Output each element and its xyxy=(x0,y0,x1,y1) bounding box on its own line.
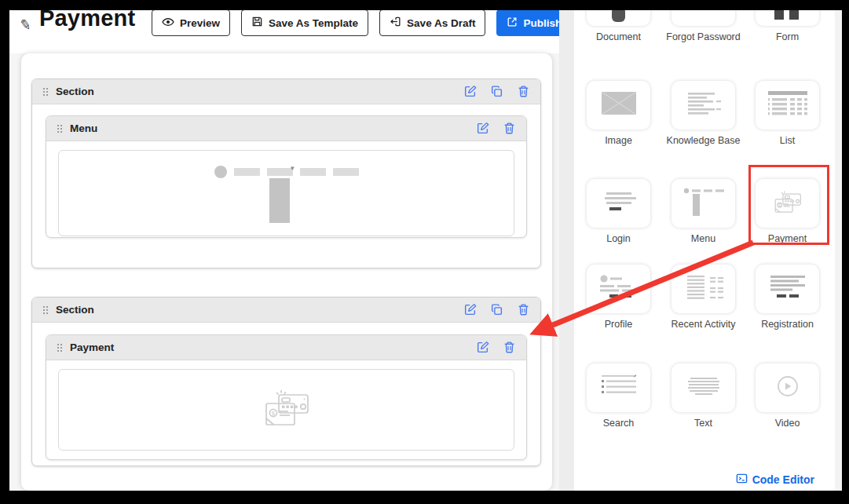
recent-activity-icon xyxy=(682,272,726,305)
menu-item-placeholder xyxy=(300,168,326,176)
widget-palette: Document Forgot Password Form xyxy=(574,10,835,491)
palette-item-registration[interactable] xyxy=(756,265,819,313)
highlight-box xyxy=(748,165,829,245)
palette-item-login[interactable] xyxy=(587,179,650,228)
palette-item-search[interactable] xyxy=(587,363,650,412)
drag-handle-icon[interactable] xyxy=(42,87,49,97)
widget-title: Menu xyxy=(70,122,97,134)
palette-item-label: Login xyxy=(579,232,658,245)
palette-item-label: List xyxy=(748,134,827,147)
palette-item-label: Image xyxy=(579,134,658,147)
document-icon xyxy=(612,10,625,22)
palette-item-label: Document xyxy=(579,31,658,43)
drag-handle-icon[interactable] xyxy=(57,124,63,133)
svg-text:$: $ xyxy=(271,410,275,417)
box-arrow-in-icon xyxy=(390,16,401,30)
text-icon xyxy=(682,375,726,400)
payment-widget-header: Payment xyxy=(46,335,526,360)
widget-title: Payment xyxy=(70,341,114,353)
palette-item-knowledge-base[interactable] xyxy=(672,81,735,130)
profile-icon xyxy=(597,272,641,305)
eye-icon xyxy=(162,16,174,31)
palette-item-label: Video xyxy=(748,417,827,429)
form-icon xyxy=(774,10,784,20)
edit-icon[interactable] xyxy=(476,122,489,135)
edit-icon[interactable] xyxy=(463,303,477,316)
preview-button[interactable]: Preview xyxy=(152,10,230,36)
palette-item-label: Registration xyxy=(748,318,827,331)
page-title: Payment xyxy=(39,10,135,31)
palette-item-video[interactable] xyxy=(756,363,819,412)
palette-item-forgot-password[interactable] xyxy=(672,10,735,26)
login-icon xyxy=(597,188,641,218)
palette-item-image[interactable] xyxy=(587,81,650,130)
registration-icon xyxy=(766,272,810,305)
dropdown-placeholder xyxy=(269,178,290,223)
code-window-icon xyxy=(736,473,748,487)
video-icon xyxy=(776,374,800,401)
toolbar: Preview Save As Template Save As Draft P… xyxy=(152,10,572,36)
logo-placeholder-icon xyxy=(214,166,227,178)
trash-icon[interactable] xyxy=(517,303,530,316)
knowledge-base-icon xyxy=(682,89,726,122)
palette-item-recent-activity[interactable] xyxy=(672,265,735,313)
section-container-1: Section Menu xyxy=(31,79,541,268)
menu-icon xyxy=(681,185,726,221)
caret-down-icon: ▾ xyxy=(291,164,295,172)
image-icon xyxy=(597,89,641,122)
palette-item-label: Forgot Password xyxy=(664,31,743,43)
edit-icon[interactable] xyxy=(463,85,477,98)
palette-item-form[interactable] xyxy=(756,10,819,26)
palette-item-label: Form xyxy=(748,31,827,43)
section-title: Section xyxy=(56,304,94,316)
palette-item-label: Search xyxy=(579,417,658,429)
save-as-draft-button[interactable]: Save As Draft xyxy=(379,10,485,36)
floppy-icon xyxy=(251,16,263,30)
palette-scrollbar[interactable] xyxy=(835,10,842,491)
payment-widget: Payment xyxy=(46,334,527,460)
palette-item-label: Knowledge Base xyxy=(664,134,743,147)
edit-icon[interactable] xyxy=(476,341,489,354)
trash-icon[interactable] xyxy=(517,85,530,98)
list-icon xyxy=(765,89,811,122)
section-2-header: Section xyxy=(32,298,540,323)
menu-item-placeholder xyxy=(333,168,359,176)
drag-handle-icon[interactable] xyxy=(57,343,63,352)
edit-title-icon[interactable]: ✎ xyxy=(18,16,33,35)
palette-item-profile[interactable] xyxy=(587,265,650,313)
section-title: Section xyxy=(56,86,94,97)
code-editor-label: Code Editor xyxy=(752,473,814,486)
duplicate-icon[interactable] xyxy=(490,303,503,316)
palette-item-text[interactable] xyxy=(672,363,735,412)
trash-icon[interactable] xyxy=(503,122,516,135)
drag-handle-icon[interactable] xyxy=(42,305,49,315)
menu-widget-header: Menu xyxy=(46,116,526,141)
preview-label: Preview xyxy=(180,17,220,29)
code-editor-link[interactable]: Code Editor xyxy=(736,473,814,487)
search-icon xyxy=(597,372,641,404)
screenshot-frame: ✎ Payment Preview Save As Template Save … xyxy=(0,0,849,504)
menu-item-placeholder: ▾ xyxy=(267,168,293,176)
payment-placeholder-icon: $ xyxy=(261,387,313,433)
app-window: ✎ Payment Preview Save As Template Save … xyxy=(9,10,842,491)
menu-widget: Menu ▾ xyxy=(46,115,527,238)
palette-item-document[interactable] xyxy=(587,10,650,26)
save-as-draft-label: Save As Draft xyxy=(407,17,475,29)
publish-label: Publish xyxy=(523,17,562,29)
section-container-2: Section Payment xyxy=(31,297,541,466)
save-as-template-button[interactable]: Save As Template xyxy=(241,10,368,36)
menu-widget-preview: ▾ xyxy=(58,150,514,236)
palette-item-label: Text xyxy=(664,417,743,429)
palette-item-list[interactable] xyxy=(756,81,819,130)
save-as-template-label: Save As Template xyxy=(269,17,358,29)
menu-item-placeholder xyxy=(234,168,260,176)
palette-item-menu[interactable] xyxy=(672,179,735,228)
trash-icon[interactable] xyxy=(503,341,516,354)
duplicate-icon[interactable] xyxy=(490,85,503,98)
palette-item-label: Profile xyxy=(579,318,658,331)
payment-widget-preview: $ xyxy=(58,369,514,451)
section-1-header: Section xyxy=(32,79,540,104)
menu-placeholder: ▾ xyxy=(214,166,359,178)
panel-divider xyxy=(559,10,574,491)
form-icon xyxy=(789,10,799,20)
